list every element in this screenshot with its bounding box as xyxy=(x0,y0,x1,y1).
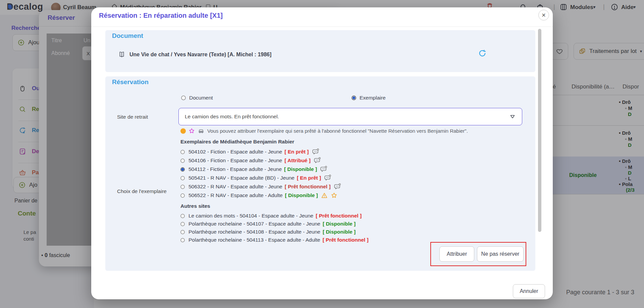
divider xyxy=(91,26,553,27)
exemplaire-label: Polarthèque rochelaine - 504107 - Espace… xyxy=(189,221,320,227)
radio-button[interactable] xyxy=(180,185,185,189)
annuler-button[interactable]: Annuler xyxy=(513,284,545,298)
star-icon xyxy=(331,192,337,199)
radio-button[interactable] xyxy=(180,230,185,234)
radio-button[interactable] xyxy=(180,150,185,154)
exemplaire-label: Polarthèque rochelaine - 504108 - Espace… xyxy=(189,229,320,235)
radio-button[interactable] xyxy=(180,159,185,163)
dropdown-icon[interactable] xyxy=(509,113,516,120)
document-title-line: Une Vie de chat / Yves Navarre (Texte) [… xyxy=(118,51,271,58)
reservation-modal: Réservation : En réparation adulte [X1] … xyxy=(91,7,553,299)
car-icon xyxy=(198,127,205,134)
site-retrait-value: Le camion des mots. En prêt fonctionnel. xyxy=(185,114,509,120)
info-message: Vous pouvez attribuer l'exemplaire qui s… xyxy=(207,128,468,134)
comment-icon[interactable] xyxy=(334,183,341,190)
exemplaire-status: [ Disponible ] xyxy=(323,221,356,227)
exemplaire-label: 505421 - R NAV - Espace adulte (BD) - Je… xyxy=(189,175,294,181)
magenta-star-icon xyxy=(189,128,195,134)
book-icon xyxy=(118,51,125,58)
radio-button[interactable] xyxy=(181,96,186,100)
exemplaires-list: 504102 - Fiction - Espace adulte - Jeune… xyxy=(180,147,341,200)
choix-exemplaire-label: Choix de l'exemplaire xyxy=(117,188,167,194)
radio-button[interactable] xyxy=(180,214,185,218)
exemplaire-status: [ Attribué ] xyxy=(284,158,311,164)
exemplaire-label: 504106 - Fiction - Espace adulte - Jeune xyxy=(189,158,282,164)
site-retrait-label: Site de retrait xyxy=(117,114,148,120)
radio-button[interactable] xyxy=(180,222,185,226)
exemplaire-label: Le camion des mots - 504104 - Espace adu… xyxy=(189,213,313,219)
exemplaire-option[interactable]: 505421 - R NAV - Espace adulte (BD) - Je… xyxy=(180,174,341,182)
radio-button[interactable] xyxy=(180,238,185,242)
radio-button[interactable] xyxy=(180,167,185,172)
comment-icon[interactable] xyxy=(324,174,331,182)
close-icon[interactable]: ✕ xyxy=(538,10,549,20)
exemplaire-label: 504102 - Fiction - Espace adulte - Jeune xyxy=(189,149,282,155)
radio-button[interactable] xyxy=(352,96,356,100)
comment-icon[interactable] xyxy=(320,166,327,173)
exemplaire-status: [ En prêt ] xyxy=(284,149,309,155)
exemplaire-status: [ Disponible ] xyxy=(285,192,318,198)
modal-title: Réservation : En réparation adulte [X1] xyxy=(99,12,223,19)
exemplaire-option[interactable]: 506322 - R NAV - Espace adulte - Jeune[ … xyxy=(180,182,341,191)
reservation-heading: Réservation xyxy=(112,78,149,86)
ne-pas-reserver-button[interactable]: Ne pas réserver xyxy=(477,246,524,262)
document-title: Une Vie de chat / Yves Navarre (Texte) [… xyxy=(129,52,271,58)
autres-sites-list: Le camion des mots - 504104 - Espace adu… xyxy=(180,212,369,244)
exemplaire-option[interactable]: Polarthèque rochelaine - 504108 - Espace… xyxy=(180,228,369,236)
comment-icon[interactable] xyxy=(312,148,319,156)
exemplaire-label: Polarthèque rochelaine - 504113 - Espace… xyxy=(189,237,320,243)
radio-button[interactable] xyxy=(180,193,185,198)
application-window: Decalog Cyril Beaum Médiathèque Benjamin… xyxy=(0,0,644,308)
comment-icon[interactable] xyxy=(314,157,321,164)
exemplaire-label: 506522 - R NAV - Espace adulte - Adulte xyxy=(189,192,283,198)
exemplaires-heading: Exemplaires de Médiathèque Benjamin Rabi… xyxy=(180,139,294,145)
radio-button[interactable] xyxy=(180,176,185,180)
radio-exemplaire[interactable]: Exemplaire xyxy=(352,95,386,101)
exemplaire-status: [ Disponible ] xyxy=(284,166,317,172)
exemplaire-option[interactable]: 504102 - Fiction - Espace adulte - Jeune… xyxy=(180,147,341,156)
exemplaire-option[interactable]: 504112 - Fiction - Espace adulte - Jeune… xyxy=(180,165,341,174)
exemplaire-option[interactable]: 504106 - Fiction - Espace adulte - Jeune… xyxy=(180,156,341,165)
exemplaire-status: [ En prêt ] xyxy=(297,175,321,181)
exemplaire-status: [ Prêt fonctionnel ] xyxy=(316,213,362,219)
exemplaire-option[interactable]: Polarthèque rochelaine - 504113 - Espace… xyxy=(180,236,369,244)
radio-document[interactable]: Document xyxy=(181,95,213,101)
scrollbar-thumb[interactable] xyxy=(538,29,541,232)
info-message-row: Vous pouvez attribuer l'exemplaire qui s… xyxy=(180,127,468,134)
document-heading: Document xyxy=(112,32,143,40)
exemplaire-label: 504112 - Fiction - Espace adulte - Jeune xyxy=(189,166,282,172)
attribuer-button[interactable]: Attribuer xyxy=(439,246,474,262)
autres-sites-heading: Autres sites xyxy=(180,203,210,209)
warning-icon xyxy=(321,192,328,199)
exemplaire-option[interactable]: Polarthèque rochelaine - 504107 - Espace… xyxy=(180,220,369,228)
exemplaire-status: [ Disponible ] xyxy=(323,229,356,235)
exemplaire-status: [ Prêt fonctionnel ] xyxy=(323,237,369,243)
exemplaire-status: [ Prêt fonctionnel ] xyxy=(285,184,331,190)
loading-spinner-icon xyxy=(478,49,487,58)
exemplaire-option[interactable]: 506522 - R NAV - Espace adulte - Adulte[… xyxy=(180,191,341,200)
exemplaire-label: 506322 - R NAV - Espace adulte - Jeune xyxy=(189,184,282,190)
orange-dot-icon xyxy=(180,128,186,134)
exemplaire-option[interactable]: Le camion des mots - 504104 - Espace adu… xyxy=(180,212,369,220)
site-retrait-select[interactable]: Le camion des mots. En prêt fonctionnel. xyxy=(178,108,522,125)
